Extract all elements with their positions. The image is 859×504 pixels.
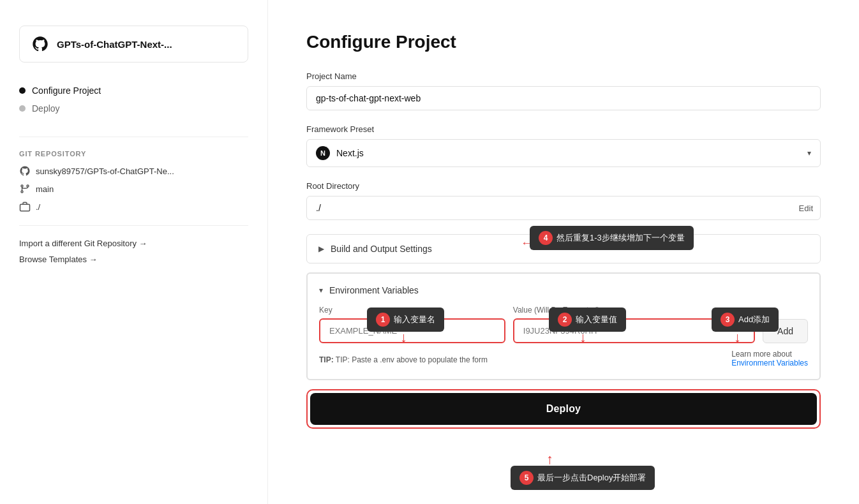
step-deploy[interactable]: Deploy: [19, 100, 248, 117]
divider: [19, 137, 248, 137]
project-name-group: Project Name: [306, 71, 821, 110]
learn-text: Learn more about: [731, 350, 792, 359]
tooltip-1-text: 输入变量名: [394, 314, 435, 325]
env-chevron-icon: ▾: [319, 286, 323, 295]
branch-icon: [19, 183, 31, 195]
git-section: GIT REPOSITORY sunsky89757/GPTs-of-ChatG…: [19, 150, 248, 212]
nextjs-icon: N: [316, 146, 330, 160]
tooltip-5-text: 最后一步点击Deploy开始部署: [537, 472, 646, 484]
github-icon: [31, 35, 49, 53]
git-repo-text: sunsky89757/GPTs-of-ChatGPT-Ne...: [36, 167, 174, 176]
git-dir-text: ./: [36, 202, 40, 212]
browse-link[interactable]: Browse Templates →: [19, 255, 248, 264]
tooltip-4-text: 然后重复1-3步继续增加下一个变量: [556, 232, 685, 244]
git-branch-item: main: [19, 183, 248, 195]
tooltip-3: 3 Add添加: [712, 308, 779, 332]
framework-group: Framework Preset N Next.js ▾: [306, 124, 821, 167]
tooltip-4: 4 然后重复1-3步继续增加下一个变量: [530, 226, 694, 250]
svg-point-0: [21, 185, 23, 187]
github-small-icon: [19, 165, 31, 177]
framework-select-inner: N Next.js: [316, 146, 364, 160]
root-dir-group: Root Directory Edit: [306, 181, 821, 220]
repo-name: GPTs-of-ChatGPT-Next-...: [57, 39, 172, 50]
repo-card[interactable]: GPTs-of-ChatGPT-Next-...: [19, 26, 248, 63]
import-link[interactable]: Import a different Git Repository →: [19, 239, 248, 248]
env-learn-link[interactable]: Environment Variables: [731, 359, 808, 367]
svg-rect-3: [20, 204, 30, 211]
root-dir-label: Root Directory: [306, 181, 821, 191]
tip-body: TIP: Paste a .env above to populate the …: [336, 355, 488, 364]
step-dot-active: [19, 87, 26, 94]
tooltip-5: 5 最后一步点击Deploy开始部署: [511, 466, 655, 490]
step-dot-inactive: [19, 105, 26, 112]
tip-text: TIP: TIP: Paste a .env above to populate…: [319, 355, 488, 364]
svg-point-1: [27, 185, 29, 187]
framework-value: Next.js: [336, 148, 364, 158]
sidebar: GPTs-of-ChatGPT-Next-... Configure Proje…: [0, 0, 268, 504]
git-section-label: GIT REPOSITORY: [19, 150, 248, 158]
project-name-label: Project Name: [306, 71, 821, 81]
framework-select[interactable]: N Next.js ▾: [306, 139, 821, 167]
step-configure[interactable]: Configure Project: [19, 82, 248, 100]
root-dir-input[interactable]: [306, 196, 821, 220]
browse-link-text: Browse Templates →: [19, 255, 98, 264]
git-repo-item: sunsky89757/GPTs-of-ChatGPT-Ne...: [19, 165, 248, 177]
deploy-button[interactable]: Deploy: [310, 393, 817, 425]
framework-label: Framework Preset: [306, 124, 821, 134]
badge-1: 1: [376, 313, 390, 327]
env-label: Environment Variables: [329, 285, 419, 295]
env-footer: TIP: TIP: Paste a .env above to populate…: [319, 350, 808, 367]
project-name-input[interactable]: [306, 86, 821, 110]
chevron-down-icon: ▾: [807, 149, 811, 158]
env-header: ▾ Environment Variables: [319, 285, 808, 295]
learn-more: Learn more about Environment Variables: [731, 350, 808, 367]
tip-strong: TIP:: [319, 355, 334, 364]
deploy-btn-wrapper: Deploy: [306, 389, 821, 429]
badge-2: 2: [558, 313, 572, 327]
chevron-right-icon: ▶: [318, 244, 324, 253]
step-configure-label: Configure Project: [32, 85, 101, 96]
git-branch-text: main: [36, 184, 54, 194]
svg-point-2: [21, 191, 23, 193]
tooltip-3-text: Add添加: [738, 314, 770, 325]
divider-2: [19, 225, 248, 226]
edit-button[interactable]: Edit: [799, 204, 813, 213]
tooltip-2: 2 输入变量值: [549, 308, 626, 332]
tooltip-2-text: 输入变量值: [576, 314, 617, 325]
root-dir-wrapper: Edit: [306, 196, 821, 220]
build-output-label: Build and Output Settings: [331, 244, 432, 254]
tooltip-1: 1 输入变量名: [367, 308, 444, 332]
page-title: Configure Project: [306, 32, 821, 52]
git-dir-item: ./: [19, 201, 248, 212]
badge-4: 4: [539, 231, 553, 245]
main-content: Configure Project Project Name Framework…: [268, 0, 859, 504]
import-link-text: Import a different Git Repository →: [19, 239, 147, 248]
badge-5: 5: [519, 471, 534, 485]
steps-list: Configure Project Deploy: [19, 82, 248, 117]
folder-icon: [19, 201, 31, 212]
step-deploy-label: Deploy: [32, 103, 60, 114]
badge-3: 3: [721, 313, 735, 327]
